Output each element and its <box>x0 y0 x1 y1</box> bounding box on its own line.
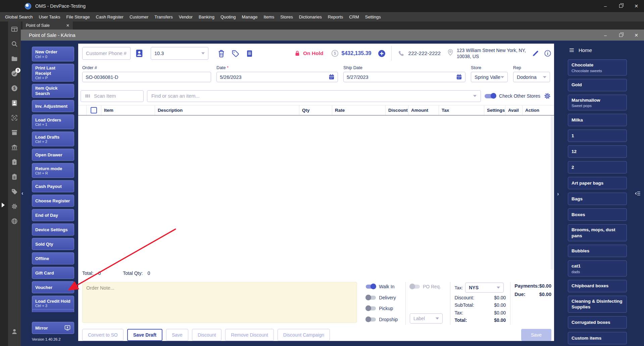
category-button[interactable]: Brooms, mops, dust pans <box>568 224 627 241</box>
menu-item[interactable]: Customer <box>127 14 151 19</box>
command-button[interactable]: Voucher <box>32 281 74 293</box>
command-button[interactable]: Sold Qty <box>32 238 74 250</box>
column-header[interactable]: Tax <box>439 105 484 115</box>
select-all-checkbox[interactable] <box>91 107 97 113</box>
user-icon[interactable] <box>11 328 18 335</box>
save-button[interactable]: Save <box>521 329 551 341</box>
category-button[interactable]: Custom items <box>568 332 627 344</box>
tasks-icon[interactable]: 9 <box>11 70 18 77</box>
search-icon[interactable] <box>11 40 18 48</box>
orders-clipboard-icon[interactable] <box>11 173 18 181</box>
menu-item[interactable]: Stores <box>277 14 296 19</box>
command-button-partial[interactable] <box>32 309 74 312</box>
category-button[interactable]: ChocolateChocolate sweets <box>568 59 627 76</box>
pos-close-button[interactable]: ✕ <box>629 30 644 41</box>
customer-phone-input[interactable] <box>82 47 131 60</box>
edit-pencil-icon[interactable] <box>532 50 539 57</box>
command-button[interactable]: Item Quick Search <box>32 84 74 98</box>
command-button[interactable]: Cash Payout <box>32 180 74 192</box>
check-other-stores-toggle[interactable] <box>485 94 496 98</box>
action-button[interactable]: Discount <box>192 329 221 341</box>
mirror-button[interactable]: Mirror <box>32 322 74 334</box>
action-button[interactable]: Remove Discount <box>225 329 274 341</box>
command-button[interactable]: Load DraftsCtrl + 2 <box>32 132 74 146</box>
tab-close-icon[interactable]: ✕ <box>66 23 69 28</box>
category-button[interactable]: Bags <box>568 193 627 205</box>
command-button[interactable]: Return modeCtrl + R <box>32 163 74 178</box>
category-button[interactable]: MarshmallowSweet pops <box>568 95 627 111</box>
calendar-icon[interactable] <box>456 73 462 80</box>
contacts-icon[interactable] <box>11 99 18 107</box>
hamburger-icon[interactable] <box>569 47 575 53</box>
category-button[interactable]: Gold <box>568 79 627 91</box>
category-button[interactable]: 12 <box>568 145 627 158</box>
order-number-input[interactable] <box>82 72 211 82</box>
column-header[interactable]: Settings <box>484 105 505 115</box>
menu-item[interactable]: Global Search <box>2 14 36 19</box>
menu-item[interactable]: CRM <box>346 14 362 19</box>
table-scrollbar[interactable] <box>551 115 553 270</box>
command-button[interactable]: Load Credit HoldCtrl + 3 <box>32 296 74 310</box>
menu-item[interactable]: Manage <box>239 14 260 19</box>
scan-icon[interactable] <box>11 114 18 121</box>
minimize-button[interactable]: – <box>598 0 613 12</box>
menu-item[interactable]: Items <box>260 14 277 19</box>
column-header[interactable]: Rate <box>332 105 386 115</box>
category-button[interactable]: Milka <box>568 114 627 126</box>
expand-right-icon[interactable]: › <box>557 191 559 197</box>
menu-item[interactable]: Transfers <box>151 14 176 19</box>
scan-item-input[interactable]: Scan Item <box>81 90 144 102</box>
pos-maximize-button[interactable] <box>613 30 629 41</box>
menu-item[interactable]: Dictionaries <box>296 14 325 19</box>
category-button[interactable]: Boxes <box>568 208 627 221</box>
command-button[interactable]: Offline <box>32 252 74 264</box>
menu-item[interactable]: File Storage <box>63 14 93 19</box>
ship-date-input[interactable] <box>343 72 465 82</box>
menu-item[interactable]: Quoting <box>217 14 239 19</box>
category-button[interactable]: Corrugated boxes <box>568 316 627 329</box>
close-button[interactable]: ✕ <box>629 0 644 12</box>
category-button[interactable]: cat1dads <box>568 260 627 277</box>
action-button[interactable]: Discount Campaign <box>278 329 330 341</box>
category-button[interactable]: Cleaning & Disinfecting Supplies <box>568 296 627 313</box>
collapse-left-panel-icon[interactable]: ‹ <box>21 190 23 196</box>
command-button[interactable]: Choose Register <box>32 195 74 207</box>
menu-item[interactable]: Settings <box>362 14 384 19</box>
date-input[interactable] <box>216 72 338 82</box>
home-row[interactable]: Home <box>569 47 644 53</box>
price-tag-icon[interactable] <box>231 49 240 58</box>
command-button[interactable]: Gift Card <box>32 267 74 279</box>
help-clipboard-icon[interactable] <box>11 158 18 166</box>
expand-nav-icon[interactable] <box>2 203 5 207</box>
category-button[interactable]: 2 <box>568 161 627 174</box>
store-select[interactable]: Spring Valle <box>471 72 508 82</box>
toggle[interactable] <box>366 296 376 300</box>
collapse-sidebar-icon[interactable] <box>635 190 641 197</box>
receipt-icon[interactable] <box>245 49 254 58</box>
trash-icon[interactable] <box>217 49 226 58</box>
action-button[interactable]: Save Draft <box>127 329 162 341</box>
tax-region-select[interactable]: NYS <box>465 283 504 293</box>
calendar-icon[interactable] <box>328 73 335 80</box>
label-select[interactable]: Label <box>410 313 443 324</box>
toggle[interactable] <box>366 306 376 310</box>
command-button[interactable]: Load OrdersCtrl + 1 <box>32 114 74 129</box>
command-button[interactable]: Open Drawer <box>32 149 74 161</box>
store-icon[interactable] <box>11 129 18 136</box>
dashboard-icon[interactable] <box>11 26 18 33</box>
register-select[interactable]: 10.3 <box>151 47 208 60</box>
category-button[interactable]: Chipboard boxes <box>568 280 627 292</box>
order-note-input[interactable] <box>82 282 357 323</box>
maximize-button[interactable] <box>613 0 629 12</box>
tag-icon[interactable] <box>11 188 18 195</box>
command-button[interactable]: End of Day <box>32 209 74 221</box>
toggle[interactable] <box>366 285 376 289</box>
pos-minimize-button[interactable]: – <box>598 30 613 41</box>
po-req-toggle[interactable] <box>410 285 420 289</box>
column-header[interactable]: Item <box>101 105 155 115</box>
contact-card-icon[interactable] <box>135 49 144 58</box>
menu-item[interactable]: Vendor <box>176 14 196 19</box>
rep-select[interactable]: Dodorina <box>513 72 550 82</box>
category-button[interactable]: Bubbles <box>568 245 627 257</box>
action-button[interactable]: Convert to SO <box>82 329 123 341</box>
